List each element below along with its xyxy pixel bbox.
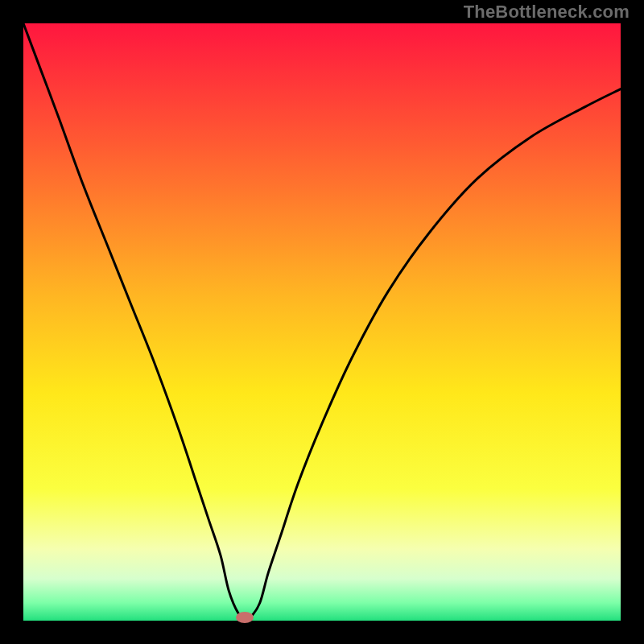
plot-area [23, 23, 621, 621]
chart-frame: TheBottleneck.com [0, 0, 644, 644]
watermark-text: TheBottleneck.com [464, 2, 630, 23]
bottleneck-curve [23, 23, 621, 621]
optimal-point-marker [236, 612, 254, 623]
